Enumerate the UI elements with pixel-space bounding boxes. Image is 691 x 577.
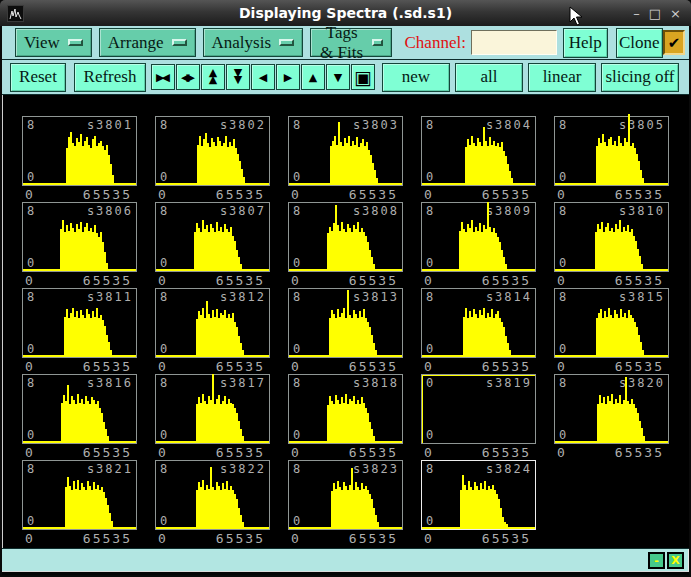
- spectrum-plot[interactable]: 8 s3808 0: [288, 202, 403, 272]
- channel-input[interactable]: [471, 30, 557, 55]
- reset-button[interactable]: Reset: [10, 63, 66, 92]
- window-title: Displaying Spectra (.sd.s1): [0, 5, 691, 21]
- histogram-baseline: [289, 355, 402, 357]
- spectrum-plot[interactable]: 8 s3813 0: [288, 288, 403, 358]
- spectrum-plot[interactable]: 8 s3805 0: [554, 116, 669, 186]
- spectrum-plot[interactable]: 8 s3806 0: [22, 202, 137, 272]
- status-close-button[interactable]: X: [667, 552, 684, 569]
- spectrum-cell: 8 s3804 0 0 65535: [421, 116, 536, 202]
- x-min-label: 0: [424, 273, 434, 288]
- histogram-baseline: [23, 183, 136, 185]
- spectrum-cell: 8 s3822 0 0 65535: [155, 460, 270, 546]
- x-min-label: 0: [25, 187, 35, 202]
- collapse-horizontal-icon[interactable]: ▶◀: [151, 64, 175, 90]
- spectrum-plot[interactable]: 0 s3819 0: [421, 374, 536, 444]
- up-arrow-icon[interactable]: ▲: [301, 64, 325, 90]
- x-min-label: 0: [291, 187, 301, 202]
- x-max-label: 65535: [83, 359, 132, 374]
- left-arrow-icon[interactable]: ◀: [251, 64, 275, 90]
- histogram-baseline: [422, 527, 535, 529]
- histogram-baseline: [422, 269, 535, 271]
- spectrum-plot[interactable]: 8 s3816 0: [22, 374, 137, 444]
- help-button[interactable]: Help: [563, 28, 608, 58]
- spectra-grid: 8 s3801 0 0 65535 8 s3802 0 0 65535 8 s3…: [2, 95, 689, 548]
- slicing-off-button[interactable]: slicing off: [601, 63, 679, 92]
- double-up-icon[interactable]: ▲▲: [201, 64, 225, 90]
- spectrum-plot[interactable]: 8 s3803 0: [288, 116, 403, 186]
- y-max-label: 8: [559, 290, 566, 304]
- spectrum-plot[interactable]: 8 s3817 0: [155, 374, 270, 444]
- spectrum-plot[interactable]: 8 s3810 0: [554, 202, 669, 272]
- arrange-menu-button[interactable]: Arrange: [99, 28, 196, 57]
- y-max-label: 8: [293, 118, 300, 132]
- y-min-label: 0: [559, 170, 566, 184]
- spectrum-plot[interactable]: 8 s3801 0: [22, 116, 137, 186]
- spectrum-plot[interactable]: 8 s3809 0: [421, 202, 536, 272]
- spectrum-cell: 8 s3807 0 0 65535: [155, 202, 270, 288]
- y-min-label: 0: [293, 170, 300, 184]
- x-axis-labels: 0 65535: [22, 530, 137, 546]
- analysis-menu-button[interactable]: Analysis: [203, 28, 304, 57]
- x-axis-labels: 0 65535: [155, 186, 270, 202]
- histogram: [460, 463, 508, 527]
- square-frame-icon[interactable]: ▣: [351, 64, 375, 90]
- x-max-label: 65535: [349, 187, 398, 202]
- spectrum-cell: 8 s3816 0 0 65535: [22, 374, 137, 460]
- histogram: [194, 205, 242, 269]
- y-max-label: 8: [559, 118, 566, 132]
- linear-button[interactable]: linear: [528, 63, 596, 92]
- spectrum-cell: 0 s3819 0 0 65535: [421, 374, 536, 460]
- refresh-button[interactable]: Refresh: [74, 63, 146, 92]
- x-axis-labels: 0 65535: [421, 358, 536, 374]
- x-axis-labels: 0 65535: [22, 358, 137, 374]
- close-button[interactable]: ×: [670, 7, 681, 20]
- spectrum-plot[interactable]: 8 s3824 0: [421, 460, 536, 530]
- spectrum-plot[interactable]: 8 s3822 0: [155, 460, 270, 530]
- histogram: [196, 377, 244, 441]
- x-axis-labels: 0 65535: [288, 186, 403, 202]
- view-menu-button[interactable]: View: [15, 28, 92, 57]
- tags-fits-menu-button[interactable]: Tags & Fits: [310, 28, 391, 57]
- spectrum-plot[interactable]: 8 s3820 0: [554, 374, 669, 444]
- histogram: [329, 291, 377, 355]
- maximize-button[interactable]: □: [649, 7, 661, 20]
- spectrum-cell: 8 s3808 0 0 65535: [288, 202, 403, 288]
- spectrum-plot[interactable]: 8 s3804 0: [421, 116, 536, 186]
- right-arrow-icon[interactable]: ▶: [276, 64, 300, 90]
- y-max-label: 8: [559, 204, 566, 218]
- spectrum-plot[interactable]: 8 s3815 0: [554, 288, 669, 358]
- spectrum-plot[interactable]: 8 s3811 0: [22, 288, 137, 358]
- x-min-label: 0: [424, 445, 434, 460]
- histogram: [596, 119, 644, 183]
- all-button[interactable]: all: [455, 63, 523, 92]
- spectrum-plot[interactable]: 8 s3818 0: [288, 374, 403, 444]
- spectrum-plot[interactable]: 8 s3802 0: [155, 116, 270, 186]
- y-min-label: 0: [559, 342, 566, 356]
- expand-horizontal-icon[interactable]: ◀▶: [176, 64, 200, 90]
- clone-button[interactable]: Clone: [616, 28, 663, 58]
- x-max-label: 65535: [482, 445, 531, 460]
- spectrum-plot[interactable]: 8 s3814 0: [421, 288, 536, 358]
- x-max-label: 65535: [349, 445, 398, 460]
- spectrum-name-label: s3819: [486, 376, 532, 390]
- histogram-baseline: [289, 527, 402, 529]
- minimize-button[interactable]: –: [633, 7, 640, 20]
- x-axis-labels: 0 65535: [288, 444, 403, 460]
- y-min-label: 0: [27, 428, 34, 442]
- spectrum-plot[interactable]: 8 s3812 0: [155, 288, 270, 358]
- spectrum-plot[interactable]: 8 s3823 0: [288, 460, 403, 530]
- x-max-label: 65535: [216, 359, 265, 374]
- x-axis-labels: 0 65535: [288, 358, 403, 374]
- status-minimize-button[interactable]: -: [648, 552, 665, 569]
- x-min-label: 0: [25, 531, 35, 546]
- window-frame-footer: [2, 571, 689, 575]
- check-toggle-button[interactable]: ✔: [663, 30, 685, 55]
- down-arrow-icon[interactable]: ▼: [326, 64, 350, 90]
- y-max-label: 8: [559, 376, 566, 390]
- spectrum-plot[interactable]: 8 s3807 0: [155, 202, 270, 272]
- spectrum-plot[interactable]: 8 s3821 0: [22, 460, 137, 530]
- new-button[interactable]: new: [382, 63, 450, 92]
- double-down-icon[interactable]: ▼▼: [226, 64, 250, 90]
- histogram-baseline: [156, 355, 269, 357]
- y-max-label: 8: [27, 118, 34, 132]
